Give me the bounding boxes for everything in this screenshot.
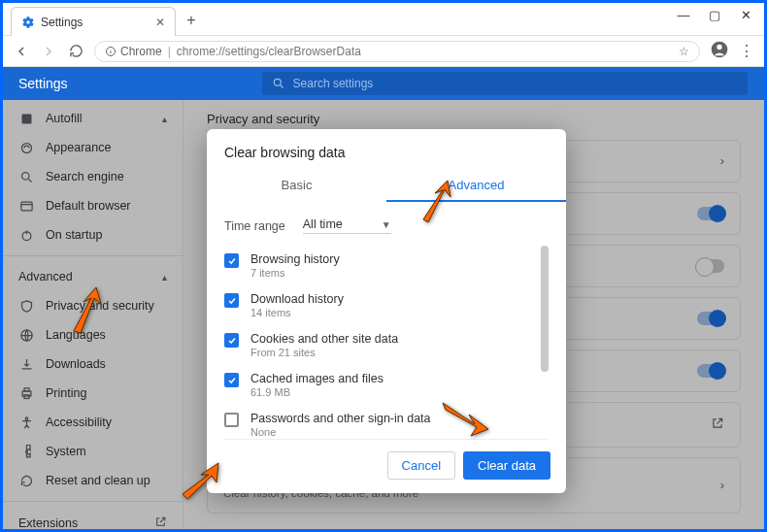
- browser-tab[interactable]: Settings ✕: [11, 7, 176, 36]
- back-button[interactable]: [13, 43, 30, 60]
- address-bar[interactable]: Chrome | chrome://settings/clearBrowserD…: [94, 41, 700, 62]
- new-tab-button[interactable]: +: [180, 9, 203, 32]
- clear-data-button[interactable]: Clear data: [463, 451, 550, 480]
- checkbox-icon[interactable]: [224, 253, 239, 268]
- tab-basic[interactable]: Basic: [207, 170, 386, 202]
- minimize-button[interactable]: —: [669, 3, 698, 26]
- check-download-history[interactable]: Download history14 items: [224, 285, 549, 325]
- dialog-body: Time range All time ▼ Browsing history7 …: [207, 202, 566, 440]
- check-label: Download history: [250, 292, 344, 306]
- time-range-value: All time: [303, 217, 343, 231]
- maximize-button[interactable]: ▢: [700, 3, 729, 26]
- forward-button[interactable]: [40, 43, 57, 60]
- check-label: Cookies and other site data: [250, 332, 398, 346]
- dialog-title: Clear browsing data: [207, 129, 566, 170]
- tab-advanced[interactable]: Advanced: [386, 170, 566, 202]
- time-range-select[interactable]: All time ▼: [303, 217, 391, 234]
- gear-icon: [21, 16, 35, 29]
- check-cache[interactable]: Cached images and files61.9 MB: [224, 365, 549, 405]
- caret-down-icon: ▼: [382, 219, 391, 230]
- url-text: chrome://settings/clearBrowserData: [177, 45, 361, 58]
- site-info-icon[interactable]: Chrome: [105, 45, 162, 58]
- svg-point-2: [717, 44, 721, 49]
- check-browsing-history[interactable]: Browsing history7 items: [224, 246, 549, 285]
- window-controls: — ▢ ✕: [669, 3, 760, 26]
- check-sublabel: 7 items: [250, 267, 340, 279]
- checkbox-list: Browsing history7 items Download history…: [224, 246, 549, 440]
- check-label: Passwords and other sign-in data: [250, 412, 431, 425]
- close-tab-icon[interactable]: ✕: [155, 16, 165, 29]
- reload-button[interactable]: [67, 43, 84, 60]
- close-window-button[interactable]: ✕: [731, 3, 760, 26]
- check-sublabel: 14 items: [250, 307, 344, 318]
- toolbar: Chrome | chrome://settings/clearBrowserD…: [3, 36, 764, 67]
- page-title: Settings: [18, 76, 68, 91]
- svg-point-3: [274, 79, 281, 85]
- checkbox-icon[interactable]: [224, 413, 239, 427]
- account-icon[interactable]: [710, 40, 729, 63]
- tab-title: Settings: [41, 16, 150, 29]
- cancel-button[interactable]: Cancel: [387, 451, 455, 480]
- time-range-label: Time range: [224, 219, 285, 233]
- dialog-tabs: Basic Advanced: [207, 170, 566, 202]
- scrollbar-thumb[interactable]: [541, 246, 549, 372]
- settings-header: Settings: [3, 67, 764, 100]
- search-settings[interactable]: [262, 72, 748, 95]
- check-label: Browsing history: [250, 252, 340, 266]
- search-icon: [272, 77, 285, 90]
- clear-browsing-data-dialog: Clear browsing data Basic Advanced Time …: [207, 129, 566, 493]
- search-input[interactable]: [293, 77, 738, 90]
- menu-icon[interactable]: ⋮: [739, 42, 754, 60]
- check-sublabel: From 21 sites: [250, 347, 398, 358]
- url-label: Chrome: [120, 45, 162, 58]
- check-cookies[interactable]: Cookies and other site dataFrom 21 sites: [224, 325, 549, 365]
- scrollbar[interactable]: [541, 246, 549, 439]
- check-label: Cached images and files: [250, 372, 384, 385]
- window-titlebar: Settings ✕ + — ▢ ✕: [3, 3, 764, 36]
- star-icon[interactable]: ☆: [679, 45, 689, 58]
- check-sublabel: 61.9 MB: [250, 386, 384, 398]
- checkbox-icon[interactable]: [224, 293, 239, 308]
- check-sublabel: None: [250, 426, 431, 438]
- dialog-footer: Cancel Clear data: [207, 440, 566, 493]
- check-passwords[interactable]: Passwords and other sign-in dataNone: [224, 405, 549, 440]
- checkbox-icon[interactable]: [224, 333, 239, 348]
- checkbox-icon[interactable]: [224, 373, 239, 387]
- time-range-row: Time range All time ▼: [224, 210, 549, 246]
